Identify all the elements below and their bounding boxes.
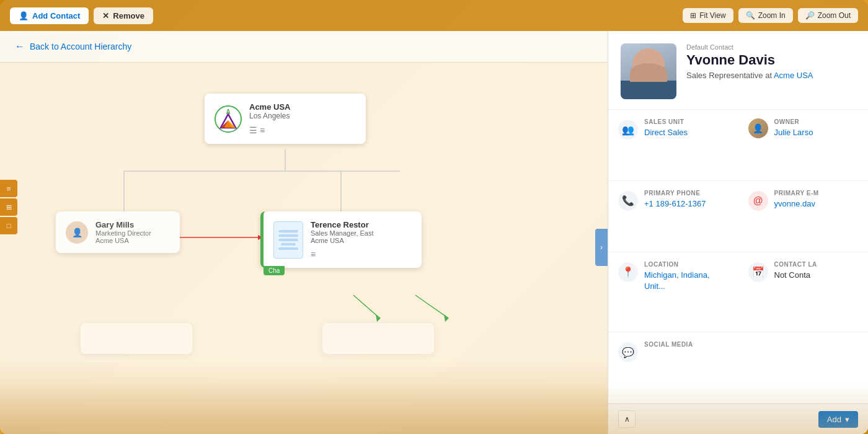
side-tab-3[interactable]: □ [0, 217, 17, 234]
svg-marker-9 [444, 314, 449, 322]
terence-node-actions: ≡ [311, 249, 374, 259]
zoom-in-label: Zoom In [758, 11, 786, 20]
root-node-actions: ☰ ≡ [249, 125, 290, 135]
social-content: SOCIAL MEDIA [644, 341, 693, 349]
back-arrow-icon: ← [15, 41, 25, 52]
location-label: LOCATION [644, 261, 728, 268]
org-node-terence[interactable]: Terence Restor Sales Manager, East Acme … [260, 211, 422, 268]
svg-line-6 [353, 295, 378, 317]
sales-unit-content: SALES UNIT Direct Sales [644, 118, 688, 138]
terence-doc-preview [273, 221, 303, 259]
contact-avatar [621, 43, 676, 99]
add-footer-button[interactable]: Add ▾ [818, 411, 858, 428]
scroll-handle[interactable]: › [595, 229, 608, 266]
zoom-in-button[interactable]: 🔍 Zoom In [738, 8, 793, 23]
contact-last-value: Not Conta [774, 270, 811, 280]
social-icon: 💬 [618, 342, 638, 362]
owner-content: OWNER Julie Larso [774, 118, 813, 138]
side-tabs: ≡ ⊞ □ [0, 180, 17, 234]
gary-name: Gary Mills [95, 220, 151, 229]
email-icon: @ [748, 191, 768, 211]
add-footer-chevron: ▾ [845, 415, 849, 424]
org-node-bottom-right [322, 323, 434, 354]
sales-unit-label: SALES UNIT [644, 118, 688, 125]
org-canvas: A Acme USA Los Angeles ☰ ≡ [0, 63, 608, 432]
terence-role: Sales Manager, East [311, 229, 374, 237]
gary-avatar: 👤 [66, 221, 88, 244]
contact-label: Default Contact [686, 43, 856, 51]
root-city: Los Angeles [249, 112, 290, 120]
gary-node-info: Gary Mills Marketing Director Acme USA [95, 220, 151, 244]
toolbar-left: 👤 Add Contact ✕ Remove [10, 7, 675, 24]
org-node-gary[interactable]: 👤 Gary Mills Marketing Director Acme USA [56, 211, 180, 253]
contact-footer: ∧ Add ▾ [608, 404, 868, 434]
svg-line-8 [415, 295, 446, 317]
contact-role: Sales Representative at Acme USA [686, 71, 856, 80]
terence-company: Acme USA [311, 237, 374, 244]
field-email: @ PRIMARY E-M yvonne.dav [738, 181, 869, 252]
sales-unit-value[interactable]: Direct Sales [644, 128, 688, 137]
contact-company-link[interactable]: Acme USA [774, 71, 813, 80]
root-action-grid[interactable]: ≡ [260, 125, 265, 135]
back-nav-label: Back to Account Hierarchy [30, 42, 131, 51]
remove-label: Remove [113, 11, 144, 20]
contact-info: Default Contact Yvonne Davis Sales Repre… [686, 43, 856, 80]
contact-name: Yvonne Davis [686, 52, 856, 68]
zoom-out-label: Zoom Out [818, 11, 851, 20]
org-node-root[interactable]: A Acme USA Los Angeles ☰ ≡ [205, 94, 366, 144]
owner-value[interactable]: Julie Larso [774, 128, 813, 137]
add-contact-button[interactable]: 👤 Add Contact [10, 7, 89, 24]
back-nav[interactable]: ← Back to Account Hierarchy [0, 31, 608, 63]
zoom-out-button[interactable]: 🔍 Zoom Out [798, 8, 858, 23]
root-node-info: Acme USA Los Angeles ☰ ≡ [249, 102, 290, 135]
owner-label: OWNER [774, 118, 813, 125]
field-location: 📍 LOCATION Michigan, Indiana, Unit... [608, 252, 738, 333]
side-tab-1[interactable]: ≡ [0, 180, 17, 197]
side-tab-2[interactable]: ⊞ [0, 198, 17, 216]
detail-grid: 👥 SALES UNIT Direct Sales 👤 OWNER Julie … [608, 110, 868, 404]
footer-nav: ∧ [618, 410, 636, 428]
contact-panel: Default Contact Yvonne Davis Sales Repre… [608, 31, 868, 434]
field-phone: 📞 PRIMARY PHONE +1 189-612-1367 [608, 181, 738, 252]
terence-action-list[interactable]: ≡ [311, 249, 316, 259]
terence-badge: Cha [264, 266, 285, 275]
field-sales-unit: 👥 SALES UNIT Direct Sales [608, 110, 738, 181]
toolbar-right: ⊞ Fit View 🔍 Zoom In 🔍 Zoom Out [683, 8, 858, 23]
location-content: LOCATION Michigan, Indiana, Unit... [644, 261, 728, 291]
location-value[interactable]: Michigan, Indiana, Unit... [644, 270, 710, 291]
field-social: 💬 SOCIAL MEDIA [608, 332, 868, 404]
org-panel: ← Back to Account Hierarchy ≡ ⊞ □ [0, 31, 608, 434]
field-contact-last: 📅 CONTACT LA Not Conta [738, 252, 869, 333]
contact-last-icon: 📅 [748, 262, 768, 282]
main-toolbar: 👤 Add Contact ✕ Remove ⊞ Fit View 🔍 Zoom… [0, 0, 868, 31]
gary-company: Acme USA [95, 237, 151, 244]
phone-label: PRIMARY PHONE [644, 190, 706, 197]
contact-role-text: Sales Representative at [686, 71, 772, 80]
email-label: PRIMARY E-M [774, 190, 819, 197]
org-node-bottom-left [81, 323, 192, 354]
add-footer-label: Add [827, 415, 841, 424]
contact-last-label: CONTACT LA [774, 261, 817, 268]
svg-marker-7 [376, 314, 381, 322]
phone-content: PRIMARY PHONE +1 189-612-1367 [644, 190, 706, 209]
sales-unit-icon: 👥 [618, 120, 638, 140]
field-owner: 👤 OWNER Julie Larso [738, 110, 869, 181]
root-action-list[interactable]: ☰ [249, 125, 257, 135]
acme-logo: A [215, 105, 242, 133]
zoom-in-icon: 🔍 [746, 11, 755, 20]
fit-view-icon: ⊞ [690, 11, 696, 20]
phone-value[interactable]: +1 189-612-1367 [644, 199, 706, 208]
contact-last-content: CONTACT LA Not Conta [774, 261, 817, 280]
fit-view-button[interactable]: ⊞ Fit View [683, 8, 733, 23]
location-icon: 📍 [618, 262, 638, 282]
terence-node-info: Terence Restor Sales Manager, East Acme … [311, 220, 374, 259]
contact-header: Default Contact Yvonne Davis Sales Repre… [608, 31, 868, 110]
footer-nav-up[interactable]: ∧ [618, 410, 636, 428]
main-content: ← Back to Account Hierarchy ≡ ⊞ □ [0, 31, 868, 434]
gary-role: Marketing Director [95, 229, 151, 237]
remove-button[interactable]: ✕ Remove [94, 7, 153, 24]
add-contact-label: Add Contact [32, 11, 80, 20]
email-value[interactable]: yvonne.dav [774, 199, 816, 208]
social-label: SOCIAL MEDIA [644, 341, 693, 348]
phone-icon: 📞 [618, 191, 638, 211]
